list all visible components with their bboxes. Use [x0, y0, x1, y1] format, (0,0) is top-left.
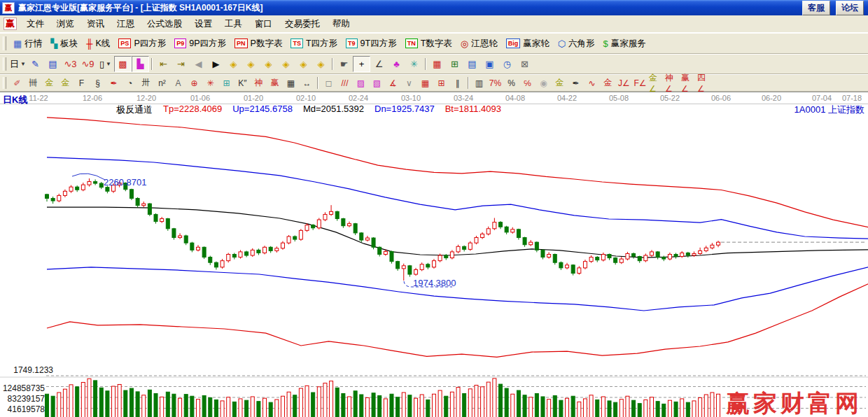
symbol-label[interactable]: 1A0001 上证指数: [794, 104, 864, 116]
count-grid-tool[interactable]: 卅: [138, 76, 154, 90]
kline-chart[interactable]: ╫K线: [82, 36, 114, 52]
trend-scribble-tool[interactable]: ✎: [27, 56, 44, 72]
menu-item-7[interactable]: 窗口: [248, 16, 279, 32]
calculator-tool[interactable]: ⊞: [446, 56, 463, 72]
first-bar-button[interactable]: ⇤: [155, 56, 172, 72]
angle-measure-tool[interactable]: ∠: [370, 56, 388, 72]
red-marker-tool[interactable]: ✒: [106, 76, 122, 90]
f-ruler-tool[interactable]: F: [74, 76, 90, 90]
gold-band-tool[interactable]: 金: [600, 76, 616, 90]
t9-square[interactable]: T99T四方形: [342, 36, 401, 52]
v-wave-tool[interactable]: ∨: [401, 76, 417, 90]
t-number-table[interactable]: TNT数字表: [401, 36, 456, 52]
brush-tool[interactable]: ✐: [9, 76, 25, 90]
kline-chart-canvas[interactable]: 11-2212-0612-2001-0601-2002-1002-2403-10…: [0, 92, 868, 417]
gold-circle-tool[interactable]: ◉: [536, 76, 552, 90]
diamond-span-h[interactable]: ◈: [260, 56, 277, 72]
ying-tool[interactable]: 赢: [267, 76, 283, 90]
f-angle-tool[interactable]: F∠: [632, 76, 648, 90]
spiral-tool[interactable]: §: [90, 76, 106, 90]
cycle-clock-tool[interactable]: ◔: [122, 76, 138, 90]
red-pattern-tool[interactable]: ▩: [114, 56, 132, 72]
n-squared-tool[interactable]: n²: [154, 76, 170, 90]
toolbar-grip[interactable]: [3, 36, 6, 50]
prev-bar-button[interactable]: ◀: [190, 56, 207, 72]
menu-item-5[interactable]: 设置: [188, 16, 218, 32]
shen-angle-tool[interactable]: 神∠: [664, 76, 680, 90]
volume-bars-tool[interactable]: ▥: [471, 76, 487, 90]
market-quotes[interactable]: ▦行情: [9, 36, 46, 52]
p9-square[interactable]: P99P四方形: [170, 36, 230, 52]
menu-item-3[interactable]: 江恩: [111, 16, 141, 32]
crosshair-tool[interactable]: +: [353, 56, 370, 72]
percent-tool[interactable]: %: [503, 76, 519, 90]
diamond-compress[interactable]: ◈: [277, 56, 295, 72]
gold-angle-tool[interactable]: 金∠: [648, 76, 664, 90]
diamond-expand[interactable]: ◈: [295, 56, 312, 72]
frame-box-tool[interactable]: ◻: [321, 76, 337, 90]
indicator-name[interactable]: 极反通道: [116, 104, 153, 116]
ink-brush-tool[interactable]: ✒: [568, 76, 584, 90]
forum-button[interactable]: 论坛: [836, 1, 864, 15]
world-clock-tool[interactable]: ◷: [498, 56, 516, 72]
menu-item-8[interactable]: 交易委托: [279, 16, 326, 32]
si-angle-tool[interactable]: 四∠: [696, 76, 713, 90]
ray-fan-tool[interactable]: ///: [337, 76, 353, 90]
price-grid-tool[interactable]: ▦: [283, 76, 299, 90]
p-square[interactable]: PSP四方形: [114, 36, 170, 52]
time-grid-tool[interactable]: 卌: [25, 76, 41, 90]
toolbar-grip[interactable]: [3, 77, 6, 88]
save-button[interactable]: ▣: [481, 56, 498, 72]
hand-pan-tool[interactable]: ☛: [335, 56, 353, 72]
menu-item-4[interactable]: 公式选股: [141, 16, 188, 32]
mirror-a-tool[interactable]: A: [170, 76, 186, 90]
remote-pc-tool[interactable]: ⊠: [516, 56, 533, 72]
magenta-grid-2[interactable]: ▧: [369, 76, 385, 90]
gold-ratio-1[interactable]: 金: [41, 76, 57, 90]
period-label[interactable]: 日K线: [3, 94, 27, 106]
menu-item-0[interactable]: 文件: [20, 16, 50, 32]
winner-wheel[interactable]: Big赢家轮: [502, 36, 554, 52]
color-histogram-tool[interactable]: ▙: [132, 56, 149, 72]
hollow-candle-dropdown[interactable]: ▯▼: [97, 56, 114, 72]
toolbar-grip[interactable]: [3, 57, 6, 71]
tree-tool[interactable]: ♣: [388, 56, 405, 72]
flower-pattern-tool[interactable]: ✳: [405, 56, 423, 72]
sector-blocks[interactable]: ▚板块: [46, 36, 82, 52]
menu-item-9[interactable]: 帮助: [326, 16, 356, 32]
cobweb-tool[interactable]: ✳: [202, 76, 218, 90]
k-prime-tool[interactable]: K″: [234, 76, 251, 90]
hexagon-tool[interactable]: ⬡六角形: [554, 36, 599, 52]
mesh-plus-tool[interactable]: ⊞: [433, 76, 449, 90]
p-number-table[interactable]: PNP数字表: [230, 36, 286, 52]
menu-item-6[interactable]: 工具: [218, 16, 248, 32]
magenta-grid-1[interactable]: ▨: [353, 76, 369, 90]
shen-tool[interactable]: 神: [251, 76, 267, 90]
memo-tool[interactable]: ▤: [463, 56, 481, 72]
percent-levels-tool[interactable]: ℅: [519, 76, 536, 90]
t-square[interactable]: TST四方形: [286, 36, 342, 52]
wave-3-tool[interactable]: ∿3: [62, 56, 79, 72]
gann-wheel[interactable]: ◎江恩轮: [456, 36, 502, 52]
parallel-lines-tool[interactable]: ∥: [449, 76, 465, 90]
customer-service-button[interactable]: 客服: [802, 1, 830, 15]
winner-service[interactable]: $赢家服务: [599, 36, 650, 52]
diamond-pan-right[interactable]: ◈: [242, 56, 260, 72]
menu-item-1[interactable]: 浏览: [50, 16, 80, 32]
band-wave-tool[interactable]: ∿: [584, 76, 600, 90]
gold-levels-tool[interactable]: 金: [552, 76, 568, 90]
percent-down-tool[interactable]: 7%: [487, 76, 503, 90]
next-bar-button[interactable]: ▶: [207, 56, 225, 72]
last-bar-button[interactable]: ⇥: [172, 56, 190, 72]
red-mesh-tool[interactable]: ▦: [417, 76, 433, 90]
gann-compass-tool[interactable]: ⊕: [186, 76, 202, 90]
angle-fan-tool[interactable]: ∡: [385, 76, 401, 90]
diamond-fit-all[interactable]: ◈: [312, 56, 330, 72]
period-kline-dropdown[interactable]: 日▼: [9, 56, 27, 72]
calendar-tool[interactable]: ▦: [428, 56, 446, 72]
wave-9-tool[interactable]: ∿9: [79, 56, 97, 72]
gold-ratio-2[interactable]: 金: [57, 76, 74, 90]
ying-angle-tool[interactable]: 赢∠: [680, 76, 696, 90]
span-arrows-tool[interactable]: ↔: [299, 76, 315, 90]
j-angle-tool[interactable]: J∠: [616, 76, 632, 90]
